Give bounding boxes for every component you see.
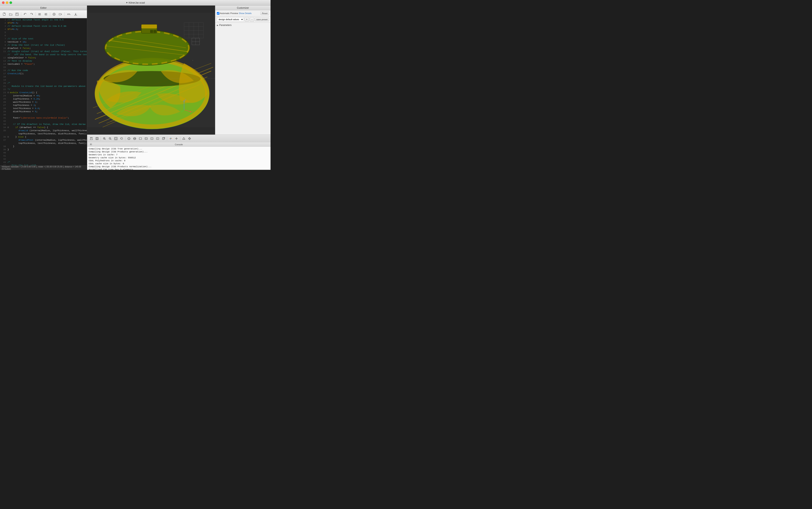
svg-marker-17 bbox=[61, 13, 62, 15]
console-header: × Console bbox=[87, 142, 270, 147]
reset-button[interactable]: Reset bbox=[260, 11, 269, 15]
editor-panel: Editor bbox=[0, 5, 87, 170]
minimize-button[interactable] bbox=[6, 1, 8, 4]
toolbar-separator-1 bbox=[21, 12, 21, 16]
toggle-axes-button[interactable] bbox=[168, 136, 173, 141]
svg-marker-80 bbox=[121, 139, 121, 139]
console-close-button[interactable]: × bbox=[90, 143, 92, 146]
orthographic-view-button[interactable] bbox=[94, 136, 100, 141]
code-line-41: 41 bbox=[0, 155, 87, 158]
add-preset-button[interactable]: + bbox=[245, 17, 249, 22]
perspective-view-button[interactable] bbox=[89, 136, 94, 141]
code-line-11: 11 // Single colour (true) or dual colou… bbox=[0, 50, 87, 53]
indent-increase-button[interactable] bbox=[43, 11, 49, 17]
stl-button[interactable]: STL bbox=[66, 11, 72, 17]
view-bottom-button[interactable] bbox=[132, 136, 137, 141]
bottom-section: × Console Compiling design (CSG Tree gen… bbox=[87, 135, 270, 170]
view-diagonal-button[interactable] bbox=[161, 136, 166, 141]
svg-rect-2 bbox=[16, 13, 18, 14]
svg-rect-94 bbox=[158, 138, 159, 139]
code-line-12: 12 singleColour = false; bbox=[0, 56, 87, 59]
parameters-header[interactable]: ▶ Parameters bbox=[217, 24, 269, 27]
code-line-25: 25 lipThickness = 5.25; bbox=[0, 97, 87, 101]
code-line-37: 37 drawLidText (internalRadius, lipThick… bbox=[0, 139, 87, 142]
export-button[interactable] bbox=[73, 11, 78, 17]
console-line-2: Compiling design (CSG Products generatio… bbox=[89, 150, 269, 154]
code-line-38: 38 } bbox=[0, 145, 87, 148]
zoom-out-button[interactable] bbox=[107, 136, 113, 141]
close-button[interactable] bbox=[2, 1, 5, 4]
code-line-1: 1 // default minimum facet angle is now … bbox=[0, 18, 87, 21]
view-right-button[interactable] bbox=[155, 136, 160, 141]
code-line-11b: // off the band. The band is used to hel… bbox=[0, 53, 87, 56]
view-left-button[interactable] bbox=[149, 136, 155, 141]
code-line-42: 42 bbox=[0, 158, 87, 161]
save-file-button[interactable] bbox=[14, 11, 20, 17]
console-line-6: CGAL cache size in bytes: 0 bbox=[89, 162, 269, 165]
view-front-button[interactable] bbox=[138, 136, 143, 141]
view-top-button[interactable] bbox=[126, 136, 131, 141]
svg-marker-13 bbox=[45, 14, 45, 15]
code-line-37b: topThickness, textThickness, diskThickne… bbox=[0, 142, 87, 145]
auto-preview-checkbox[interactable] bbox=[217, 12, 220, 15]
show-details-button[interactable]: Show Details bbox=[239, 12, 252, 14]
redo-button[interactable] bbox=[29, 11, 34, 17]
zoom-in-button[interactable] bbox=[102, 136, 107, 141]
code-line-23: 23 ⊟module CreateLid() { bbox=[0, 91, 87, 94]
editor-toolbar: STL bbox=[0, 10, 87, 18]
code-line-14: 14 textLabel = "Plain"; bbox=[0, 63, 87, 66]
code-line-27: 27 topThickness = 2; bbox=[0, 104, 87, 107]
code-line-20: 20 /* bbox=[0, 81, 87, 85]
code-line-19: 19 bbox=[0, 78, 87, 81]
toggle-crosshair-button[interactable] bbox=[174, 136, 179, 141]
code-line-10: 10 drawText = false; bbox=[0, 47, 87, 50]
maximize-button[interactable] bbox=[9, 1, 12, 4]
toggle-wireframe-button[interactable] bbox=[187, 136, 192, 141]
console-title: Console bbox=[175, 143, 183, 146]
toolbar-separator-4 bbox=[64, 12, 65, 16]
toggle-edges-button[interactable] bbox=[181, 136, 186, 141]
traffic-lights bbox=[2, 1, 12, 4]
svg-rect-38 bbox=[150, 30, 153, 33]
svg-marker-62 bbox=[90, 138, 93, 140]
render-button[interactable] bbox=[58, 11, 63, 17]
console-line-8: Normalized CSG tree has 5 elements bbox=[89, 168, 269, 170]
code-line-35: 35 drawLid (internalRadius, lipThickness… bbox=[0, 129, 87, 132]
code-editor[interactable]: 1 // default minimum facet angle is now … bbox=[0, 18, 87, 165]
view-back-button[interactable] bbox=[143, 136, 149, 141]
code-line-39: 39 } bbox=[0, 148, 87, 151]
indent-decrease-button[interactable] bbox=[37, 11, 42, 17]
svg-rect-0 bbox=[3, 13, 5, 15]
svg-point-82 bbox=[128, 138, 130, 139]
code-line-35b: topThickness, textThickness, diskThickne… bbox=[0, 132, 87, 135]
svg-rect-95 bbox=[162, 138, 164, 139]
code-line-21: 21 Module to Create the lid based on the… bbox=[0, 85, 87, 88]
code-line-30: 30 bbox=[0, 113, 87, 116]
remove-preset-button[interactable]: - bbox=[250, 17, 254, 22]
code-line-13: 13 // Text to display bbox=[0, 59, 87, 63]
preset-select[interactable]: design default values bbox=[217, 17, 244, 22]
parameters-section: ▶ Parameters bbox=[215, 23, 270, 28]
new-file-button[interactable] bbox=[2, 11, 7, 17]
code-line-43: 43 /* bbox=[0, 161, 87, 164]
reset-view-button[interactable] bbox=[119, 136, 124, 141]
code-line-29: 29 diskThickness = 5; bbox=[0, 110, 87, 113]
code-line-24: 24 internalRadius = 45; bbox=[0, 94, 87, 97]
code-line-5: 5 bbox=[0, 31, 87, 34]
save-preset-button[interactable]: save preset bbox=[255, 18, 269, 21]
undo-button[interactable] bbox=[22, 11, 28, 17]
open-file-button[interactable] bbox=[8, 11, 13, 17]
svg-line-77 bbox=[111, 139, 111, 140]
toolbar-separator-3 bbox=[50, 12, 50, 16]
zoom-all-button[interactable] bbox=[113, 136, 119, 141]
svg-rect-86 bbox=[139, 138, 141, 139]
code-line-16: 16 // Run the code bbox=[0, 69, 87, 72]
svg-rect-66 bbox=[96, 137, 98, 140]
viewport[interactable]: Z X bbox=[87, 5, 215, 135]
svg-rect-39 bbox=[154, 30, 157, 33]
customizer-title: Customizer bbox=[237, 6, 249, 9]
console-line-4: Geometry cache size in bytes: 556512 bbox=[89, 156, 269, 159]
console-line-3: Geometries in cache: 7 bbox=[89, 154, 269, 156]
preview-button[interactable] bbox=[51, 11, 57, 17]
main-container: Editor bbox=[0, 5, 270, 170]
